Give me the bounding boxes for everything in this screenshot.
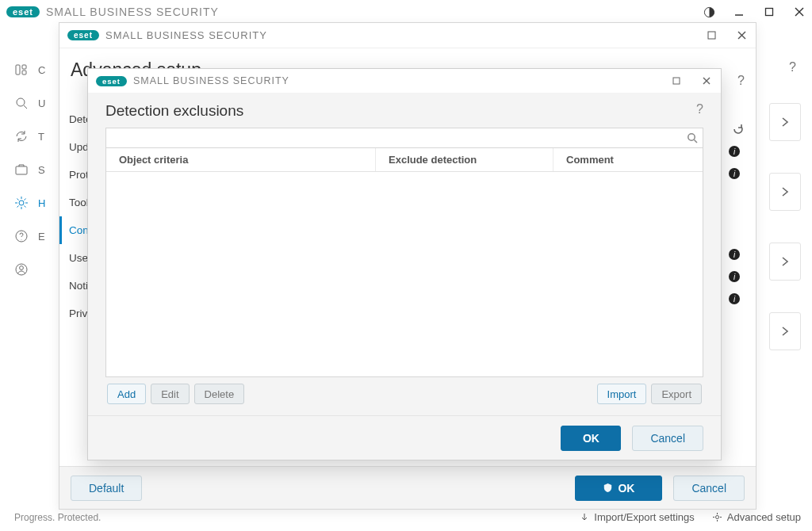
main-titlebar: eset SMALL BUSINESS SECURITY: [0, 0, 812, 24]
exclusions-search-row: [105, 128, 703, 148]
table-action-bar: Add Edit Delete Import Export: [105, 377, 703, 404]
close-icon[interactable]: [735, 29, 748, 42]
card-chevron-1[interactable]: [769, 103, 801, 141]
svg-line-9: [24, 105, 27, 109]
svg-rect-16: [708, 32, 715, 39]
info-icon[interactable]: i: [729, 146, 740, 157]
svg-point-15: [715, 516, 718, 519]
card-chevron-3[interactable]: [769, 243, 801, 281]
maximize-icon[interactable]: [670, 74, 683, 87]
dlg-footer: OK Cancel: [88, 415, 721, 460]
import-button[interactable]: Import: [597, 384, 647, 404]
adv-titlebar: eset SMALL BUSINESS SECURITY: [59, 23, 756, 48]
help-icon[interactable]: ?: [737, 74, 745, 88]
detection-exclusions-dialog: eset SMALL BUSINESS SECURITY Detection e…: [87, 68, 722, 460]
main-left-rail: C U T S H E: [0, 54, 51, 281]
dlg-body: Detection exclusions ? Object criteria E…: [88, 93, 721, 415]
svg-rect-10: [16, 166, 27, 174]
reset-icon[interactable]: [732, 123, 745, 136]
bottom-right-links: Import/Export settings Advanced setup: [580, 511, 801, 523]
adv-footer: Default OK Cancel: [59, 466, 756, 509]
contrast-icon[interactable]: [703, 6, 715, 18]
svg-point-14: [20, 266, 24, 270]
adv-app-title: SMALL BUSINESS SECURITY: [105, 29, 267, 41]
exclusions-table: Object criteria Exclude detection Commen…: [105, 148, 703, 377]
card-chevron-4[interactable]: [769, 312, 801, 350]
help-icon[interactable]: ?: [696, 102, 703, 117]
info-icon[interactable]: i: [729, 168, 740, 179]
export-button[interactable]: Export: [651, 384, 702, 404]
eset-logo: eset: [6, 6, 40, 17]
dlg-app-title: SMALL BUSINESS SECURITY: [133, 75, 289, 86]
delete-button[interactable]: Delete: [194, 384, 245, 404]
eset-logo: eset: [67, 30, 99, 40]
card-chevron-2[interactable]: [769, 173, 801, 211]
svg-line-27: [695, 140, 698, 143]
column-object-criteria[interactable]: Object criteria: [106, 148, 376, 171]
svg-point-26: [688, 134, 695, 140]
svg-point-11: [19, 201, 24, 205]
rail-item-setup[interactable]: H: [14, 192, 51, 214]
exclusions-search-input[interactable]: [111, 132, 687, 144]
default-button[interactable]: Default: [71, 476, 142, 501]
info-icon[interactable]: i: [729, 249, 740, 260]
maximize-icon[interactable]: [705, 29, 718, 42]
cancel-button[interactable]: Cancel: [632, 426, 703, 451]
advanced-setup-link[interactable]: Advanced setup: [712, 511, 801, 523]
info-icon[interactable]: i: [729, 293, 740, 304]
ok-button-label: OK: [618, 482, 634, 495]
ok-button[interactable]: OK: [561, 426, 621, 451]
minimize-icon[interactable]: [733, 6, 745, 18]
rail-item-account[interactable]: [14, 258, 51, 281]
table-header-row: Object criteria Exclude detection Commen…: [106, 148, 703, 172]
ok-button[interactable]: OK: [575, 476, 662, 501]
maximize-icon[interactable]: [763, 6, 776, 18]
cancel-button[interactable]: Cancel: [673, 476, 745, 501]
main-app-title: SMALL BUSINESS SECURITY: [46, 6, 219, 18]
close-icon[interactable]: [700, 74, 713, 87]
right-collapsed-cards: [769, 103, 801, 350]
svg-rect-5: [16, 65, 20, 74]
edit-button[interactable]: Edit: [151, 384, 189, 404]
svg-rect-6: [22, 65, 26, 69]
search-icon[interactable]: [687, 132, 698, 143]
info-icon[interactable]: i: [729, 271, 740, 282]
svg-rect-23: [673, 78, 680, 84]
close-icon[interactable]: [793, 6, 806, 18]
import-export-link[interactable]: Import/Export settings: [580, 511, 694, 523]
svg-point-8: [17, 98, 25, 106]
help-icon[interactable]: ?: [789, 60, 796, 74]
eset-logo: eset: [96, 76, 127, 86]
status-bar-text: Progress. Protected.: [14, 512, 101, 523]
add-button[interactable]: Add: [107, 384, 146, 404]
rail-item-tools[interactable]: S: [14, 159, 51, 181]
rail-item-scan[interactable]: U: [14, 92, 51, 114]
column-exclude-detection[interactable]: Exclude detection: [376, 148, 553, 171]
rail-item-update[interactable]: T: [14, 125, 51, 147]
info-icons-column: i i i i i: [729, 146, 740, 304]
dialog-heading: Detection exclusions: [105, 102, 703, 120]
rail-item-help[interactable]: E: [14, 225, 51, 247]
svg-rect-2: [766, 9, 773, 16]
svg-rect-7: [22, 71, 26, 74]
table-rows-empty: [106, 172, 703, 376]
rail-item-overview[interactable]: C: [14, 59, 51, 81]
dlg-titlebar: eset SMALL BUSINESS SECURITY: [88, 69, 721, 93]
column-comment[interactable]: Comment: [553, 148, 703, 171]
